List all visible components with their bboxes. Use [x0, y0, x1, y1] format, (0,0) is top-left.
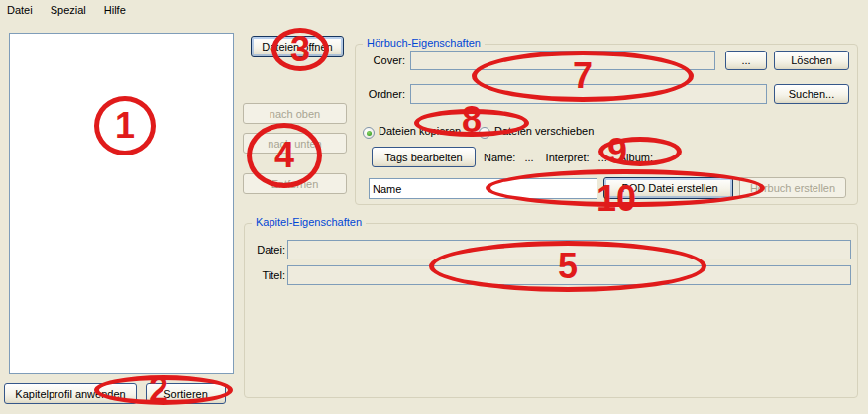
copy-files-label: Dateien kopieren [379, 121, 461, 141]
folder-label: Ordner: [366, 84, 405, 104]
sort-button[interactable]: Sortieren [146, 383, 226, 404]
audiobook-properties-group: Hörbuch-Eigenschaften Cover: ... Löschen… [355, 44, 858, 205]
move-down-button[interactable]: nach unten [243, 133, 347, 154]
chapter-properties-group: Kapitel-Eigenschaften Datei: Titel: [244, 223, 858, 398]
cover-delete-button[interactable]: Löschen [774, 51, 849, 70]
folder-search-button[interactable]: Suchen... [774, 84, 849, 104]
audiobook-properties-title: Hörbuch-Eigenschaften [363, 37, 485, 49]
menu-item-spezial[interactable]: Spezial [51, 2, 95, 19]
menu-item-hilfe[interactable]: Hilfe [104, 2, 135, 19]
app-window: Datei Spezial Hilfe Kapitelprofil anwend… [0, 0, 868, 414]
tag-album-label: Album: [619, 152, 653, 163]
folder-field[interactable] [410, 84, 767, 104]
move-files-label: Dateien verschieben [494, 121, 594, 141]
tag-name-value: ... [524, 152, 533, 163]
tag-artist-label: Interpret: [546, 152, 590, 163]
tag-meta-row: Name: ... Interpret: ... Album: ... [484, 147, 680, 167]
move-files-radio[interactable] [479, 127, 490, 139]
open-files-button[interactable]: Dateien öffnen [251, 36, 344, 57]
tag-name-label: Name: [484, 152, 515, 163]
tag-artist-value: ... [598, 152, 607, 163]
menu-item-datei[interactable]: Datei [7, 2, 42, 19]
cover-field[interactable] [410, 51, 715, 70]
move-up-button[interactable]: nach oben [243, 103, 347, 124]
edit-tags-button[interactable]: Tags bearbeiten [372, 147, 476, 167]
cover-browse-button[interactable]: ... [725, 51, 767, 70]
create-audiobook-button[interactable]: Hörbuch erstellen [739, 177, 846, 198]
menu-bar: Datei Spezial Hilfe [0, 0, 868, 21]
copy-files-radio[interactable] [363, 127, 375, 139]
apply-chapter-profile-button[interactable]: Kapitelprofil anwenden [4, 383, 137, 404]
tag-album-value: ... [662, 152, 671, 163]
audiobook-name-input[interactable] [369, 178, 597, 199]
chapter-file-label: Datei: [251, 240, 285, 259]
chapter-title-label: Titel: [251, 265, 285, 285]
chapter-file-field[interactable] [287, 240, 851, 259]
chapter-properties-title: Kapitel-Eigenschaften [252, 216, 366, 228]
remove-button[interactable]: Entfernen [243, 173, 347, 194]
chapter-title-field[interactable] [287, 265, 851, 285]
create-pod-file-button[interactable]: .POD Datei erstellen [603, 177, 733, 199]
cover-label: Cover: [366, 51, 405, 70]
chapter-file-list[interactable] [9, 33, 234, 374]
